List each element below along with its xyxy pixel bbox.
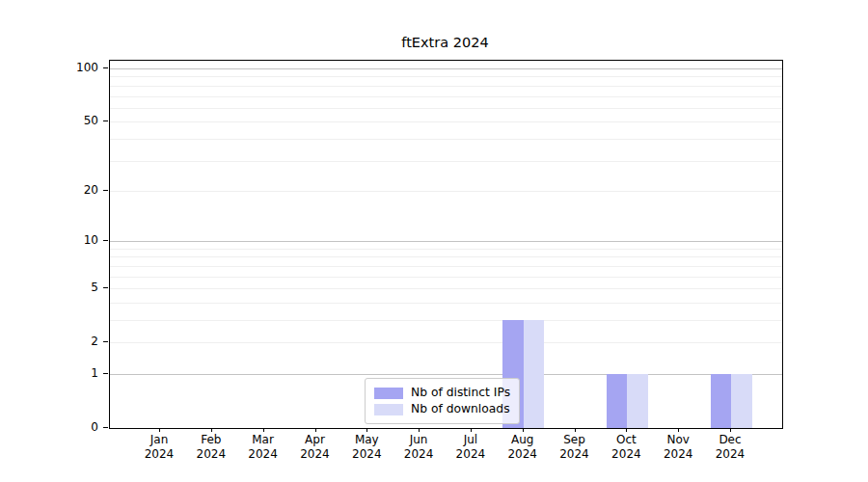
y-tick-mark-10	[103, 240, 108, 241]
gridline-90	[110, 76, 782, 77]
chart-figure: ftExtra 2024 Nb of distinct IPs Nb of do…	[0, 0, 868, 482]
y-tick-mark-5	[103, 287, 108, 288]
y-tick-label-10: 10	[52, 233, 98, 247]
legend-row-downloads: Nb of downloads	[374, 401, 510, 417]
gridline-10	[110, 241, 782, 242]
y-tick-label-2: 2	[52, 335, 98, 348]
legend-row-distinct-ips: Nb of distinct IPs	[374, 385, 510, 401]
y-tick-label-1: 1	[52, 366, 98, 380]
y-tick-mark-0	[103, 427, 108, 428]
chart-title: ftExtra 2024	[109, 35, 781, 50]
x-tick-month: Dec	[699, 433, 761, 447]
gridline-30	[110, 161, 782, 162]
x-tick-mark-oct	[626, 428, 627, 432]
x-tick-year: 2024	[699, 447, 761, 462]
y-tick-label-50: 50	[52, 114, 98, 127]
x-tick-mark-feb	[211, 428, 212, 432]
gridline-70	[110, 96, 782, 97]
legend-label-distinct-ips: Nb of distinct IPs	[411, 385, 510, 401]
gridline-20	[110, 191, 782, 192]
y-tick-label-20: 20	[52, 183, 98, 197]
legend-swatch-downloads	[374, 404, 403, 415]
bar-nb-of-distinct-ips-oct	[607, 374, 628, 428]
gridline-40	[110, 139, 782, 140]
y-tick-mark-100	[103, 67, 108, 68]
gridline-3	[110, 320, 782, 321]
y-tick-label-100: 100	[52, 61, 98, 74]
x-tick-mark-dec	[730, 428, 731, 432]
gridline-100	[110, 68, 782, 69]
gridline-1	[110, 374, 782, 375]
x-tick-mark-jan	[159, 428, 160, 432]
gridline-9	[110, 249, 782, 250]
y-tick-mark-50	[103, 120, 108, 121]
bar-nb-of-downloads-oct	[627, 374, 648, 428]
y-tick-label-5: 5	[52, 281, 98, 294]
gridline-8	[110, 256, 782, 257]
gridline-80	[110, 86, 782, 87]
y-tick-label-0: 0	[52, 420, 98, 434]
bar-nb-of-downloads-dec	[731, 374, 752, 428]
gridline-7	[110, 266, 782, 267]
bar-nb-of-downloads-aug	[524, 320, 545, 428]
gridline-50	[110, 121, 782, 122]
x-tick-label-dec: Dec2024	[699, 433, 761, 462]
legend-swatch-distinct-ips	[374, 388, 403, 399]
y-tick-mark-1	[103, 373, 108, 374]
x-tick-mark-sep	[575, 428, 576, 432]
bar-nb-of-distinct-ips-dec	[711, 374, 732, 428]
x-tick-mark-apr	[315, 428, 316, 432]
y-tick-mark-2	[103, 341, 108, 342]
y-tick-mark-20	[103, 190, 108, 191]
gridline-6	[110, 277, 782, 278]
x-tick-mark-nov	[678, 428, 679, 432]
x-tick-mark-jul	[471, 428, 472, 432]
legend-label-downloads: Nb of downloads	[411, 401, 510, 417]
x-tick-mark-may	[366, 428, 367, 432]
gridline-60	[110, 108, 782, 109]
legend: Nb of distinct IPs Nb of downloads	[365, 378, 520, 424]
x-tick-mark-mar	[263, 428, 264, 432]
x-tick-mark-jun	[419, 428, 420, 432]
plot-area: Nb of distinct IPs Nb of downloads	[109, 60, 783, 429]
gridline-4	[110, 303, 782, 304]
x-tick-mark-aug	[523, 428, 524, 432]
gridline-2	[110, 342, 782, 343]
gridline-5	[110, 288, 782, 289]
